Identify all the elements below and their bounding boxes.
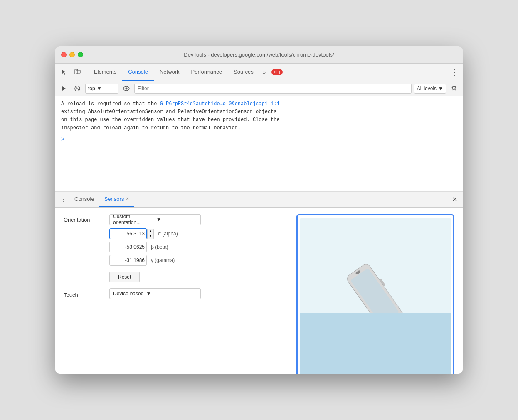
bottom-tab-bar: ⋮ Console Sensors ✕ ✕ bbox=[55, 192, 463, 208]
devtools-window: DevTools - developers.google.com/web/too… bbox=[55, 46, 463, 374]
phone-inner bbox=[300, 218, 451, 374]
touch-label: Touch bbox=[64, 289, 109, 298]
beta-unit-label: β (beta) bbox=[151, 244, 168, 250]
console-toolbar: top ▼ All levels ▼ ⚙ bbox=[55, 81, 463, 96]
svg-marker-2 bbox=[62, 86, 66, 91]
close-window-button[interactable] bbox=[61, 52, 67, 57]
settings-gear-button[interactable]: ⚙ bbox=[449, 83, 459, 94]
alpha-increment-button[interactable]: ▲ bbox=[147, 229, 154, 234]
devtools-menu-button[interactable]: ⋮ bbox=[449, 67, 460, 78]
levels-arrow-icon: ▼ bbox=[438, 86, 443, 91]
run-script-button[interactable] bbox=[59, 83, 69, 94]
tab-elements[interactable]: Elements bbox=[88, 64, 122, 81]
touch-dropdown[interactable]: Device-based ▼ bbox=[109, 288, 201, 299]
gamma-input[interactable] bbox=[109, 255, 147, 266]
orientation-arrow-icon: ▼ bbox=[156, 217, 197, 222]
tab-console[interactable]: Console bbox=[122, 64, 154, 81]
traffic-lights bbox=[61, 52, 83, 57]
phone-bg-bottom bbox=[300, 313, 451, 374]
tab-bottom-sensors[interactable]: Sensors ✕ bbox=[99, 192, 135, 207]
console-link[interactable]: G_P6rpRSr4g?autohide…o=0&enablejsapi=1:1 bbox=[160, 101, 280, 107]
clear-console-button[interactable] bbox=[72, 83, 83, 94]
svg-point-6 bbox=[126, 87, 128, 89]
minimize-window-button[interactable] bbox=[69, 52, 75, 57]
console-output: A reload is required so that the G_P6rpR… bbox=[55, 96, 463, 192]
more-tabs-button[interactable]: » bbox=[259, 64, 269, 81]
context-select[interactable]: top ▼ bbox=[85, 84, 118, 94]
close-sensors-tab-button[interactable]: ✕ bbox=[126, 196, 129, 202]
select-element-button[interactable] bbox=[58, 66, 70, 79]
beta-input[interactable] bbox=[109, 242, 147, 252]
main-tab-bar: Elements Console Network Performance Sou… bbox=[88, 64, 269, 81]
window-title: DevTools - developers.google.com/web/too… bbox=[184, 52, 334, 58]
tab-performance[interactable]: Performance bbox=[185, 64, 228, 81]
device-toolbar-button[interactable] bbox=[71, 66, 84, 79]
eye-icon-button[interactable] bbox=[121, 83, 132, 94]
tab-sources[interactable]: Sources bbox=[228, 64, 259, 81]
close-bottom-panel-button[interactable]: ✕ bbox=[449, 194, 460, 205]
filter-section bbox=[134, 84, 412, 94]
tab-network[interactable]: Network bbox=[154, 64, 185, 81]
error-badge[interactable]: ✕ 1 bbox=[271, 69, 283, 75]
devtools-toolbar: Elements Console Network Performance Sou… bbox=[55, 64, 463, 81]
touch-arrow-icon: ▼ bbox=[146, 291, 151, 296]
phone-preview bbox=[296, 214, 454, 374]
orientation-dropdown[interactable]: Custom orientation... ▼ bbox=[109, 214, 201, 225]
sensors-panel: Orientation Custom orientation... ▼ ▲ ▼ bbox=[55, 208, 463, 374]
log-levels-select[interactable]: All levels ▼ bbox=[414, 84, 446, 94]
svg-line-4 bbox=[76, 87, 79, 90]
gamma-unit-label: γ (gamma) bbox=[151, 257, 175, 263]
context-arrow-icon: ▼ bbox=[97, 86, 102, 91]
filter-input[interactable] bbox=[135, 84, 411, 94]
svg-rect-1 bbox=[76, 70, 80, 73]
bottom-panel-menu-button[interactable]: ⋮ bbox=[58, 194, 69, 205]
alpha-stepper: ▲ ▼ bbox=[147, 229, 154, 239]
orientation-label: Orientation bbox=[64, 214, 109, 223]
maximize-window-button[interactable] bbox=[78, 52, 83, 57]
title-bar: DevTools - developers.google.com/web/too… bbox=[55, 46, 463, 64]
error-icon: ✕ bbox=[274, 69, 277, 75]
console-message-text: A reload is required so that the G_P6rpR… bbox=[61, 100, 457, 132]
alpha-unit-label: α (alpha) bbox=[158, 231, 178, 237]
alpha-decrement-button[interactable]: ▼ bbox=[147, 234, 154, 239]
console-prompt[interactable]: > bbox=[61, 135, 457, 144]
toolbar-divider bbox=[86, 67, 86, 77]
tab-bottom-console[interactable]: Console bbox=[69, 192, 99, 207]
reset-orientation-button[interactable]: Reset bbox=[109, 272, 140, 282]
alpha-input[interactable] bbox=[109, 228, 147, 239]
